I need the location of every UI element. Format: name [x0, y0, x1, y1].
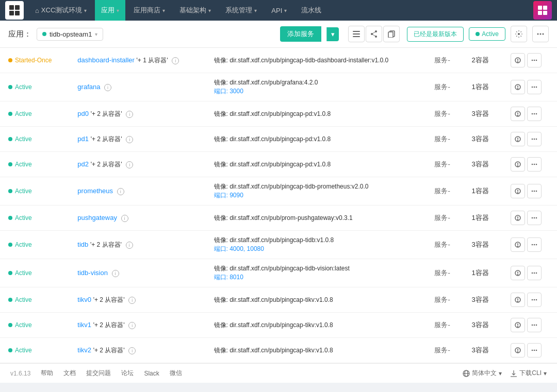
service-more-button[interactable] — [527, 107, 542, 121]
service-more-button[interactable] — [527, 318, 542, 332]
info-icon[interactable]: i — [128, 297, 136, 304]
info-icon[interactable]: i — [112, 270, 119, 277]
info-icon[interactable]: i — [126, 111, 133, 118]
info-icon[interactable]: i — [126, 161, 133, 168]
share-button[interactable] — [366, 26, 382, 42]
service-action-button[interactable] — [511, 318, 525, 332]
service-name-cell: tikv1 '+ 2 从容器' i — [69, 313, 205, 338]
footer-link-help[interactable]: 帮助 — [41, 369, 53, 378]
service-more-button[interactable] — [527, 266, 542, 280]
latest-version-button[interactable]: 已经是最新版本 — [407, 27, 464, 42]
service-name-link[interactable]: grafana — [77, 83, 100, 91]
chevron-down-icon: ▾ — [95, 31, 97, 37]
svg-point-44 — [533, 139, 535, 140]
container-cell: 3容器 — [463, 287, 502, 313]
svg-point-72 — [517, 275, 518, 275]
globe-icon — [463, 370, 470, 377]
svg-rect-5 — [543, 6, 547, 10]
more-options-button[interactable] — [532, 26, 549, 42]
service-more-button[interactable] — [527, 184, 542, 198]
nav-infra[interactable]: 基础架构 ▾ — [173, 0, 217, 21]
service-name-link[interactable]: tidb-vision — [77, 269, 108, 277]
service-action-button[interactable] — [511, 53, 525, 67]
service-more-button[interactable] — [527, 53, 542, 67]
footer-link-docs[interactable]: 文档 — [63, 369, 76, 378]
app-name: tidb-opsteam1 — [50, 30, 92, 38]
service-name-link[interactable]: tikv1 — [77, 321, 91, 329]
nav-api[interactable]: API ▾ — [265, 0, 293, 21]
svg-point-27 — [535, 60, 537, 61]
app-selector[interactable]: tidb-opsteam1 ▾ — [37, 28, 103, 41]
service-action-button[interactable] — [511, 293, 525, 307]
service-name-cell: dashboard-installer '+ 1 从容器' i — [69, 48, 205, 73]
service-name-link[interactable]: pd0 — [77, 110, 89, 117]
actions-cell — [502, 48, 557, 73]
container-cell: 3容器 — [463, 127, 502, 152]
info-icon[interactable]: i — [172, 57, 179, 64]
settings-button[interactable] — [511, 26, 527, 42]
svg-point-32 — [533, 87, 535, 88]
language-selector[interactable]: 简体中文 ▾ — [463, 369, 502, 378]
port-link[interactable]: 端口: 8010 — [214, 274, 243, 281]
info-icon[interactable]: i — [126, 242, 133, 249]
add-service-button[interactable]: 添加服务 — [280, 26, 321, 42]
footer-link-forum[interactable]: 论坛 — [121, 369, 134, 378]
active-status-button[interactable]: Active — [469, 27, 505, 41]
service-name-link[interactable]: dashboard-installer — [77, 56, 135, 64]
svg-point-57 — [535, 191, 537, 192]
port-link[interactable]: 端口: 4000, 10080 — [214, 245, 264, 252]
nav-apps[interactable]: 应用 ▾ — [95, 0, 125, 21]
service-name-link[interactable]: tidb — [77, 241, 88, 248]
copy-button[interactable] — [383, 26, 400, 42]
svg-point-87 — [535, 325, 537, 326]
brand-logo — [5, 1, 24, 20]
service-more-button[interactable] — [527, 237, 542, 252]
footer-link-wechat[interactable]: 微信 — [170, 369, 182, 378]
info-icon[interactable]: i — [117, 188, 124, 195]
port-link[interactable]: 端口: 3000 — [214, 88, 243, 95]
service-name-link[interactable]: pd2 — [77, 160, 89, 168]
service-name-link[interactable]: pd1 — [77, 135, 89, 143]
service-name-link[interactable]: prometheus — [77, 187, 113, 195]
service-action-button[interactable] — [511, 266, 525, 280]
container-cell: 1容器 — [463, 206, 502, 231]
svg-point-55 — [531, 191, 533, 192]
info-icon[interactable]: i — [126, 136, 133, 143]
service-more-button[interactable] — [527, 157, 542, 172]
service-name-link[interactable]: pushgateway — [77, 214, 117, 221]
footer-link-issue[interactable]: 提交问题 — [86, 369, 111, 378]
nav-system[interactable]: 系统管理 ▾ — [219, 0, 263, 21]
service-name-link[interactable]: tikv2 — [77, 346, 91, 354]
add-service-dropdown-button[interactable]: ▾ — [326, 27, 339, 41]
service-more-button[interactable] — [527, 211, 542, 225]
service-action-button[interactable] — [511, 237, 525, 252]
service-action-button[interactable] — [511, 132, 525, 146]
nav-environment[interactable]: ⌂ XCC测试环境 ▾ — [29, 0, 93, 21]
info-icon[interactable]: i — [128, 347, 136, 354]
download-cli-button[interactable]: 下载CLI ▾ — [510, 369, 547, 378]
footer-link-slack[interactable]: Slack — [144, 370, 159, 377]
service-more-button[interactable] — [527, 293, 542, 307]
service-action-button[interactable] — [511, 184, 525, 198]
info-icon[interactable]: i — [121, 215, 128, 222]
info-icon[interactable]: i — [128, 322, 136, 329]
nav-app-store[interactable]: 应用商店 ▾ — [127, 0, 171, 21]
svg-rect-1 — [15, 5, 20, 10]
service-name-link[interactable]: tikv0 — [77, 296, 91, 303]
service-more-button[interactable] — [527, 132, 542, 146]
svg-point-39 — [535, 113, 537, 115]
info-icon[interactable]: i — [104, 84, 111, 91]
status-dot — [8, 85, 12, 89]
service-action-button[interactable] — [511, 107, 525, 121]
svg-point-61 — [531, 217, 533, 219]
service-action-button[interactable] — [511, 157, 525, 172]
list-view-button[interactable] — [348, 26, 365, 42]
port-link[interactable]: 端口: 9090 — [214, 192, 243, 199]
service-more-button[interactable] — [527, 80, 542, 94]
service-action-button[interactable] — [511, 211, 525, 225]
service-more-button[interactable] — [527, 343, 542, 357]
service-action-button[interactable] — [511, 343, 525, 357]
svg-point-21 — [543, 33, 544, 35]
service-action-button[interactable] — [511, 80, 525, 94]
nav-pipeline[interactable]: 流水线 — [295, 0, 327, 21]
